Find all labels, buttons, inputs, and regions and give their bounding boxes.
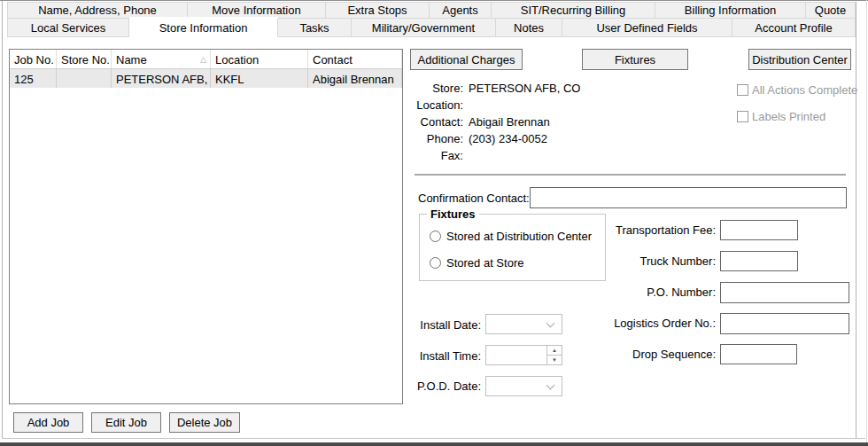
detail-row-location: Location: <box>410 97 702 113</box>
install-time-spinner: ▲ ▼ <box>546 346 562 364</box>
column-header-job-no[interactable]: Job No. <box>10 50 57 68</box>
tab-bar-row2: Local Services Store Information Tasks M… <box>7 19 856 37</box>
store-label: Store: <box>410 82 463 95</box>
cell-name: PETERSON AFB, C <box>112 69 211 88</box>
additional-charges-button[interactable]: Additional Charges <box>410 49 523 70</box>
detail-row-fax: Fax: <box>410 147 702 164</box>
confirmation-contact-label: Confirmation Contact: <box>418 192 530 205</box>
pod-date-label: P.O.D. Date: <box>397 379 481 393</box>
tab-user-defined-fields[interactable]: User Defined Fields <box>562 19 732 37</box>
tab-account-profile[interactable]: Account Profile <box>732 19 856 37</box>
store-details: Store: PETERSON AFB, CO Location: Contac… <box>410 80 702 164</box>
detail-row-phone: Phone: (203) 234-0052 <box>410 130 702 147</box>
tab-tasks[interactable]: Tasks <box>278 19 352 37</box>
delete-job-button[interactable]: Delete Job <box>169 412 240 433</box>
column-header-label: Name <box>116 53 147 67</box>
cell-location: KKFL <box>211 69 308 88</box>
spin-up-icon: ▲ <box>552 348 557 353</box>
panel-bottom-border <box>2 438 865 439</box>
all-actions-complete-checkbox[interactable] <box>737 84 748 96</box>
distribution-center-button[interactable]: Distribution Center <box>748 49 851 70</box>
tab-store-information[interactable]: Store Information <box>129 19 278 37</box>
column-header-contact[interactable]: Contact <box>308 50 402 68</box>
cell-job-no: 125 <box>10 69 57 88</box>
tab-local-services[interactable]: Local Services <box>7 19 129 37</box>
spin-down-icon: ▼ <box>552 357 557 363</box>
sort-ascending-icon: △ <box>200 56 206 64</box>
store-value: PETERSON AFB, CO <box>469 82 580 95</box>
stored-at-store-label: Stored at Store <box>446 256 523 270</box>
chevron-down-icon <box>546 381 555 390</box>
tab-billing-information[interactable]: Billing Information <box>655 2 806 19</box>
tab-name-address-phone[interactable]: Name, Address, Phone <box>7 2 188 19</box>
column-header-label: Store No. <box>61 53 110 67</box>
truck-number-input[interactable] <box>720 251 798 271</box>
detail-row-contact: Contact: Abigail Brennan <box>410 113 702 130</box>
labels-printed-row: Labels Printed <box>737 110 825 123</box>
truck-number-label: Truck Number: <box>567 254 716 268</box>
cell-store-no <box>57 69 112 88</box>
install-date-label: Install Date: <box>397 318 481 332</box>
tab-extra-stops[interactable]: Extra Stops <box>326 2 430 19</box>
logistics-order-no-input[interactable] <box>720 313 849 334</box>
phone-value: (203) 234-0052 <box>469 132 547 145</box>
tab-agents[interactable]: Agents <box>430 2 492 19</box>
spin-up-button[interactable]: ▲ <box>546 346 562 356</box>
po-number-input[interactable] <box>720 282 849 303</box>
transportation-fee-input[interactable] <box>720 220 798 240</box>
all-actions-complete-row: All Actions Complete <box>737 83 857 97</box>
window-top-edge <box>0 0 868 1</box>
fixtures-button[interactable]: Fixtures <box>582 49 688 70</box>
contact-value: Abigail Brennan <box>469 115 550 129</box>
section-divider <box>415 174 846 176</box>
labels-printed-label: Labels Printed <box>752 110 825 123</box>
column-header-label: Contact <box>313 53 353 67</box>
fixtures-groupbox-title: Fixtures <box>427 207 479 221</box>
all-actions-complete-label: All Actions Complete <box>752 83 857 97</box>
labels-printed-checkbox[interactable] <box>737 111 748 122</box>
transportation-fee-label: Transportation Fee: <box>567 223 716 237</box>
tab-quote[interactable]: Quote <box>806 2 856 19</box>
install-time-input[interactable]: ▲ ▼ <box>485 345 562 365</box>
phone-label: Phone: <box>410 132 463 145</box>
logistics-order-no-label: Logistics Order No.: <box>567 317 716 330</box>
stored-at-store-option[interactable]: Stored at Store <box>430 256 523 270</box>
panel-right-border <box>856 2 856 438</box>
column-header-location[interactable]: Location <box>211 50 308 68</box>
spin-down-button[interactable]: ▼ <box>546 356 562 364</box>
drop-sequence-label: Drop Sequence: <box>567 348 716 361</box>
tab-sit-recurring-billing[interactable]: SIT/Recurring Billing <box>492 2 655 19</box>
install-time-label: Install Time: <box>397 349 481 363</box>
stored-at-store-radio[interactable] <box>430 257 441 269</box>
cell-contact: Abigail Brennan <box>308 69 402 88</box>
tab-bar-row1: Name, Address, Phone Move Information Ex… <box>7 2 856 19</box>
stored-at-distribution-center-radio[interactable] <box>430 231 441 242</box>
column-header-store-no[interactable]: Store No. <box>57 50 112 68</box>
tab-notes[interactable]: Notes <box>496 19 562 37</box>
location-label: Location: <box>410 98 463 112</box>
window-left-edge <box>2 1 3 438</box>
add-job-button[interactable]: Add Job <box>13 412 83 433</box>
column-header-name[interactable]: Name △ <box>112 50 211 68</box>
fax-label: Fax: <box>410 149 463 162</box>
table-row-selected[interactable]: 125 PETERSON AFB, C KKFL Abigail Brennan <box>10 69 402 88</box>
column-header-label: Location <box>215 53 259 67</box>
install-date-select[interactable] <box>485 314 562 334</box>
window-bottom-edge <box>0 442 868 446</box>
chevron-down-icon <box>546 319 555 328</box>
edit-job-button[interactable]: Edit Job <box>91 412 161 433</box>
store-information-window: Name, Address, Phone Move Information Ex… <box>0 0 868 446</box>
tab-move-information[interactable]: Move Information <box>188 2 326 19</box>
detail-row-store: Store: PETERSON AFB, CO <box>410 80 702 97</box>
po-number-label: P.O. Number: <box>567 286 716 299</box>
window-right-edge <box>866 0 867 442</box>
job-table-header: Job No. Store No. Name △ Location Contac… <box>10 50 402 69</box>
contact-label: Contact: <box>410 115 463 129</box>
drop-sequence-input[interactable] <box>720 344 797 364</box>
column-header-label: Job No. <box>14 53 54 67</box>
pod-date-select[interactable] <box>485 376 562 396</box>
confirmation-contact-input[interactable] <box>530 187 847 208</box>
job-list-table: Job No. Store No. Name △ Location Contac… <box>9 49 403 404</box>
tab-military-government[interactable]: Military/Government <box>352 19 496 37</box>
